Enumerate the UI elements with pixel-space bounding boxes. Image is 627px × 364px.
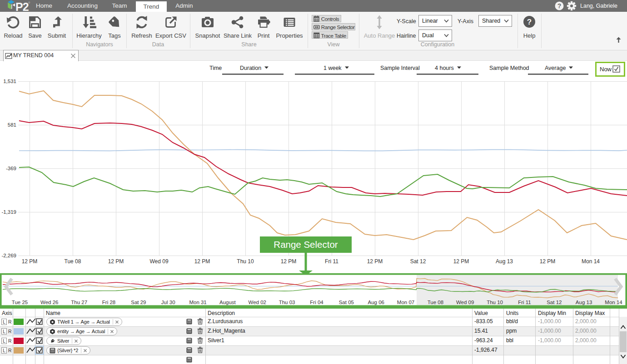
svg-text:12 PM: 12 PM: [22, 258, 38, 265]
svg-text:Mon 14: Mon 14: [582, 258, 600, 265]
svg-text:Sat 12: Sat 12: [410, 258, 426, 265]
svg-text:12 PM: 12 PM: [540, 258, 556, 265]
svg-text:Aug 06: Aug 06: [368, 300, 384, 305]
svg-text:Sat 05: Sat 05: [339, 300, 354, 305]
svg-text:Fri 04: Fri 04: [310, 300, 323, 305]
svg-text:August: August: [219, 300, 236, 305]
svg-text:Jul 30: Jul 30: [161, 300, 175, 305]
svg-text:Wed 26: Wed 26: [40, 300, 58, 305]
svg-text:Mon 07: Mon 07: [397, 300, 414, 305]
svg-text:Sat 29: Sat 29: [131, 300, 146, 305]
svg-text:Mon 31: Mon 31: [189, 300, 206, 305]
svg-text:Aug 13: Aug 13: [496, 258, 513, 265]
svg-text:1,531: 1,531: [3, 79, 16, 84]
svg-text:12 PM: 12 PM: [281, 258, 297, 265]
svg-text:-2,269: -2,269: [1, 253, 16, 258]
svg-text:?: ?: [527, 18, 532, 26]
svg-text:Aug 13: Aug 13: [576, 300, 592, 305]
svg-text:?: ?: [557, 2, 562, 10]
svg-text:-1,319: -1,319: [1, 209, 16, 215]
svg-text:12 PM: 12 PM: [194, 258, 210, 265]
svg-text:Thu 10: Thu 10: [487, 300, 503, 305]
svg-text:Wed 09: Wed 09: [456, 300, 474, 305]
svg-text:Tue 08: Tue 08: [65, 258, 81, 265]
svg-text:12 PM: 12 PM: [367, 258, 383, 265]
svg-text:Tue 25: Tue 25: [12, 300, 28, 305]
svg-text:581: 581: [8, 122, 16, 128]
svg-text:Wed 02: Wed 02: [249, 300, 266, 305]
svg-text:Thu 27: Thu 27: [71, 300, 87, 305]
svg-text:12 PM: 12 PM: [108, 258, 124, 265]
svg-text:Fri 11: Fri 11: [518, 300, 531, 305]
svg-text:Thu 10: Thu 10: [237, 258, 254, 265]
svg-text:12 PM: 12 PM: [453, 258, 469, 265]
svg-text:Fri 11: Fri 11: [325, 258, 338, 265]
svg-text:Range Selector: Range Selector: [274, 239, 338, 250]
svg-text:Sat 12: Sat 12: [547, 300, 562, 305]
svg-text:Mon 14: Mon 14: [605, 300, 622, 305]
svg-text:Fri 28: Fri 28: [102, 300, 115, 305]
svg-text:P2: P2: [15, 0, 29, 12]
svg-text:Wed 09: Wed 09: [149, 258, 168, 265]
svg-text:Tue 08: Tue 08: [428, 300, 443, 305]
svg-text:Thu 03: Thu 03: [279, 300, 295, 305]
svg-text:-369: -369: [6, 166, 16, 171]
